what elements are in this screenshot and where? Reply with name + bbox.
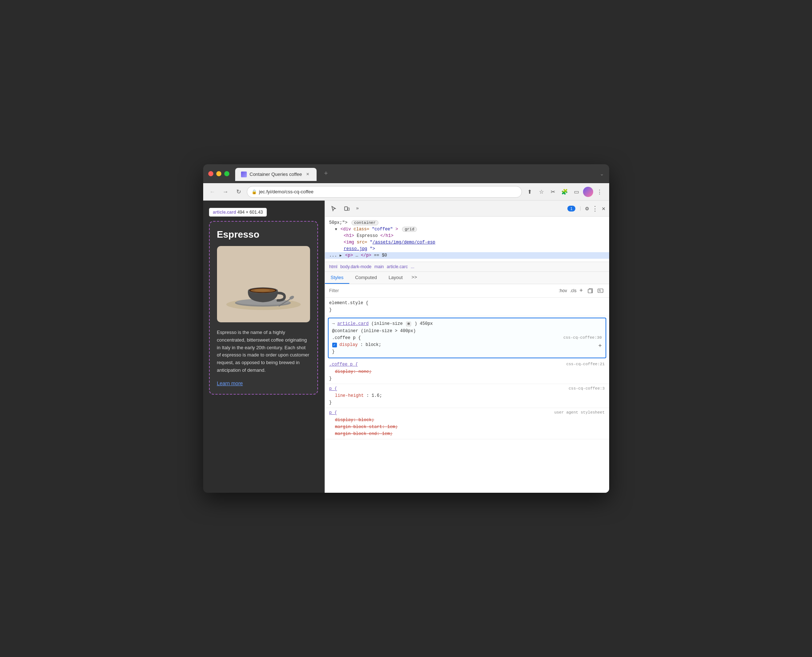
filter-bar: :hov .cls + [325,284,609,297]
p-selector: p { css-cq-coffee:3 [329,386,605,392]
add-property-button[interactable]: + [598,342,602,351]
tooltip-tag: article.card [213,210,236,215]
browser-viewport: article.card 494 × 601.43 Espresso [203,201,324,493]
devtools-panel: » 1 | ⚙ ⋮ ✕ 50px;"> container ▼ <div cla [324,201,609,493]
device-mode-button[interactable] [342,204,352,214]
devtools-menu-button[interactable]: ⋮ [592,205,598,213]
extensions-button[interactable]: 🧩 [560,187,570,197]
issues-badge[interactable]: 1 [567,206,575,212]
avatar[interactable] [583,187,593,197]
devtools-close-button[interactable]: ✕ [602,205,606,212]
title-bar: Container Queries coffee ✕ + ⌄ [203,164,609,183]
refresh-button[interactable]: ↻ [234,187,244,197]
more-panels-button[interactable]: » [355,206,360,211]
breadcrumb-html[interactable]: html [329,264,338,269]
copy-icon [588,288,593,294]
svg-rect-11 [348,208,349,210]
devtools-toolbar: » 1 | ⚙ ⋮ ✕ [325,201,609,216]
tab-layout[interactable]: Layout [383,272,408,284]
class-selector-line: .coffee p { css-cq-coffee:30 [332,335,602,342]
refresh-icon: ↻ [236,188,241,195]
tooltip-dimensions: 494 × 601.43 [237,210,263,215]
toggle-changes-button[interactable] [596,286,605,295]
p-rule-close: } [329,399,605,406]
dom-line-4: <img src= "/assets/img/demo/cof-esp [325,239,609,246]
closing-brace: } [332,349,602,355]
breadcrumb-bar: html body.dark-mode main article.carc ..… [325,262,609,272]
device-icon [344,206,350,212]
at-container-rule: @container (inline-size > 400px) [332,328,602,335]
rule-selector-link[interactable]: article.card [337,321,369,326]
ua-margin-end: margin-block-end: 1em; [329,431,605,437]
css-source-1: css-cq-coffee:30 [563,335,602,341]
dom-tree: 50px;"> container ▼ <div class= "coffee"… [325,216,609,262]
line-height-line: line-height : 1.6; [329,392,605,399]
styles-panel: element.style { } → article.card (inline… [325,297,609,493]
lock-icon: 🔒 [251,189,257,195]
tab-close-button[interactable]: ✕ [305,171,311,177]
coffee-p-selector: .coffee p { css-cq-coffee:21 [329,361,605,368]
highlighted-rule: → article.card (inline-size ⊞ ) 450px @c… [328,318,606,358]
main-content: article.card 494 × 601.43 Espresso [203,201,609,493]
css-source-3: css-cq-coffee:3 [569,386,605,392]
ua-margin-start: margin-block-start: 1em; [329,424,605,431]
nav-bar: ← → ↻ 🔒 jec.fyi/demo/css-cq-coffee ⬆ ☆ ✂… [203,183,609,201]
ua-selector-link[interactable]: p { [329,410,337,415]
inspect-element-button[interactable] [329,204,339,214]
svg-rect-10 [344,207,348,210]
filter-add-button[interactable]: + [579,288,583,294]
filter-cls-button[interactable]: .cls [570,288,577,293]
minimize-button[interactable] [216,171,221,176]
breadcrumb-more[interactable]: ... [411,264,415,269]
collapse-triangle[interactable]: ▶ [340,253,342,258]
element-style-selector: element.style { [329,300,605,307]
breadcrumb-main[interactable]: main [374,264,384,269]
tab-title: Container Queries coffee [250,171,302,177]
learn-more-link[interactable]: Learn more [217,380,243,386]
cut-icon[interactable]: ✂ [548,187,558,197]
nav-actions: ⬆ ☆ ✂ 🧩 ▭ ⋮ [525,187,605,197]
css-source-2: css-cq-coffee:21 [566,361,605,368]
back-button[interactable]: ← [207,187,218,197]
address-bar[interactable]: 🔒 jec.fyi/demo/css-cq-coffee [247,186,522,198]
expand-triangle[interactable]: ▼ [335,227,337,232]
sidebar-button[interactable]: ▭ [571,187,581,197]
tab-favicon [241,171,247,177]
filter-hov-button[interactable]: :hov [559,288,567,293]
dom-line-2[interactable]: ▼ <div class= "coffee" > grid [325,226,609,233]
traffic-lights [208,171,229,176]
forward-button[interactable]: → [221,187,231,197]
dom-line-1: 50px;"> container [325,220,609,226]
breadcrumb-body[interactable]: body.dark-mode [340,264,371,269]
dom-line-6-selected[interactable]: ... ▶ <p> … </p> == $0 [325,252,609,259]
ua-selector: p { user agent stylesheet [329,409,605,416]
filter-input[interactable] [329,288,556,293]
chevron-down-icon[interactable]: ⌄ [600,171,604,177]
more-menu-button[interactable]: ⋮ [595,187,605,197]
tab-computed[interactable]: Computed [349,272,383,284]
changes-icon [598,288,603,294]
img-src-link-2[interactable]: resso.jpg [344,246,368,251]
maximize-button[interactable] [224,171,229,176]
close-button[interactable] [208,171,214,176]
tab-styles[interactable]: Styles [325,272,349,284]
img-src-link[interactable]: /assets/img/demo/cof-esp [372,240,435,245]
checkbox-icon[interactable]: ✓ [332,343,337,347]
css-source-ua: user agent stylesheet [554,409,605,416]
share-button[interactable]: ⬆ [525,187,535,197]
separator: | [579,206,581,211]
bookmark-button[interactable]: ☆ [536,187,547,197]
copy-styles-button[interactable] [586,286,595,295]
breadcrumb-article[interactable]: article.carc [387,264,408,269]
svg-rect-13 [598,289,603,293]
tab-more[interactable]: >> [408,272,420,284]
coffee-p-selector-link[interactable]: .coffee p { [329,362,358,367]
dom-line-3: <h1> Espresso </h1> [325,233,609,239]
browser-tab[interactable]: Container Queries coffee ✕ [235,168,316,181]
new-tab-button[interactable]: + [321,169,331,179]
p-selector-link[interactable]: p { [329,386,337,391]
settings-button[interactable]: ⚙ [585,205,589,212]
svg-rect-12 [588,289,592,293]
url-text: jec.fyi/demo/css-cq-coffee [259,189,314,195]
ua-display-block: display: block; [329,417,605,424]
